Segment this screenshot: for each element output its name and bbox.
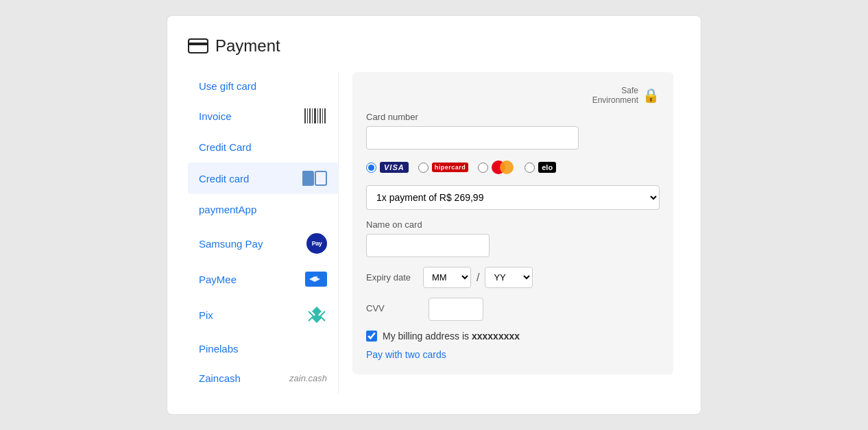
svg-rect-12 — [315, 171, 326, 185]
sidebar-item-zaincash[interactable]: Zaincash zain.cash — [188, 364, 338, 392]
mastercard-logo — [492, 160, 515, 175]
expiry-label: Expiry date — [366, 272, 418, 283]
svg-rect-8 — [320, 108, 321, 123]
card-type-elo-radio[interactable] — [525, 163, 535, 173]
expiry-slash: / — [477, 272, 479, 284]
card-type-hipercard: hipercard — [418, 159, 469, 176]
card-types: VISA hipercard — [366, 159, 660, 176]
sidebar-item-invoice[interactable]: Invoice — [188, 100, 338, 132]
sidebar-item-credit-card-top[interactable]: Credit Card — [188, 133, 338, 161]
svg-rect-4 — [309, 108, 311, 123]
card-type-elo: elo — [525, 159, 556, 176]
svg-rect-10 — [324, 108, 326, 123]
card-number-input[interactable] — [366, 126, 579, 150]
cvv-input[interactable] — [429, 298, 483, 321]
pay-two-cards-link[interactable]: Pay with two cards — [366, 349, 446, 360]
card-type-visa: VISA — [366, 159, 409, 176]
sidebar-item-label-samsung-pay: Samsung Pay — [199, 238, 263, 250]
svg-rect-6 — [314, 108, 316, 123]
name-on-card-input[interactable] — [366, 234, 490, 257]
sidebar-item-paymentapp[interactable]: paymentApp — [188, 195, 338, 224]
page-title: Payment — [215, 36, 280, 56]
zaincash-icon: zain.cash — [289, 373, 327, 383]
svg-rect-7 — [317, 108, 318, 123]
sidebar: Use gift card Invoice — [188, 72, 339, 394]
safe-environment-badge: SafeEnvironment 🔒 — [592, 86, 660, 105]
credit-card-sidebar-icon — [302, 171, 327, 186]
svg-rect-9 — [322, 108, 323, 123]
name-on-card-row: Name on card — [366, 219, 660, 267]
lock-icon: 🔒 — [642, 87, 660, 104]
payment-header-icon — [188, 38, 208, 53]
installments-select[interactable]: 1x payment of R$ 269,99 2x payment of R$… — [366, 185, 660, 210]
form-section: SafeEnvironment 🔒 Card number VISA — [352, 72, 673, 374]
billing-address: xxxxxxxxx — [472, 331, 520, 342]
card-number-row — [366, 126, 660, 150]
svg-rect-3 — [307, 108, 308, 123]
expiry-row: Expiry date MM 010203 040506 070809 1011… — [366, 267, 660, 288]
cvv-row: CVV — [366, 298, 660, 321]
sidebar-item-pix[interactable]: Pix — [188, 296, 338, 333]
use-gift-card-link[interactable]: Use gift card — [188, 72, 338, 100]
sidebar-item-label-pinelabs: Pinelabs — [199, 343, 239, 355]
card-type-mastercard-radio[interactable] — [478, 163, 488, 173]
svg-rect-5 — [312, 108, 313, 123]
card-type-hipercard-radio[interactable] — [418, 163, 429, 173]
sidebar-item-label-invoice: Invoice — [199, 110, 232, 122]
expiry-year-select[interactable]: YY 242526 272829 30 — [485, 267, 533, 288]
safe-environment-label: SafeEnvironment — [592, 86, 638, 105]
card-type-mastercard — [478, 160, 515, 175]
sidebar-item-label-pix: Pix — [199, 309, 213, 321]
sidebar-item-label-credit-card-top: Credit Card — [199, 141, 252, 153]
card-type-visa-radio[interactable] — [366, 163, 376, 173]
barcode-icon — [304, 108, 327, 123]
billing-checkbox[interactable] — [366, 331, 377, 342]
payment-header: Payment — [188, 36, 680, 56]
paymee-icon — [305, 272, 327, 287]
billing-row: My billing address is xxxxxxxxx — [366, 331, 660, 342]
right-panel: SafeEnvironment 🔒 Card number VISA — [339, 72, 680, 394]
safe-env-row: SafeEnvironment 🔒 — [366, 86, 660, 105]
name-on-card-label: Name on card — [366, 219, 660, 230]
expiry-month-select[interactable]: MM 010203 040506 070809 101112 — [423, 267, 471, 288]
samsung-pay-icon: Pay — [306, 233, 327, 254]
sidebar-item-pinelabs[interactable]: Pinelabs — [188, 335, 338, 363]
sidebar-item-paymee[interactable]: PayMee — [188, 263, 338, 295]
svg-rect-1 — [189, 43, 208, 45]
sidebar-item-label-paymee: PayMee — [199, 274, 237, 285]
svg-rect-2 — [304, 108, 306, 123]
svg-rect-0 — [189, 39, 208, 53]
sidebar-item-label-paymentapp: paymentApp — [199, 204, 256, 215]
svg-rect-11 — [302, 171, 313, 185]
elo-logo: elo — [538, 159, 556, 176]
sidebar-item-label-credit-card: Credit card — [199, 173, 249, 184]
card-number-label: Card number — [366, 112, 660, 122]
cvv-label: CVV — [366, 298, 418, 313]
sidebar-item-credit-card[interactable]: Credit card — [188, 163, 338, 194]
payment-container: Payment Use gift card Invoice — [167, 15, 701, 415]
payment-body: Use gift card Invoice — [188, 72, 680, 394]
sidebar-item-samsung-pay[interactable]: Samsung Pay Pay — [188, 225, 338, 262]
billing-text: My billing address is xxxxxxxxx — [383, 331, 520, 342]
pix-icon — [306, 304, 327, 325]
visa-logo: VISA — [380, 159, 409, 176]
sidebar-item-label-zaincash: Zaincash — [199, 372, 241, 384]
hipercard-logo: hipercard — [432, 159, 469, 176]
